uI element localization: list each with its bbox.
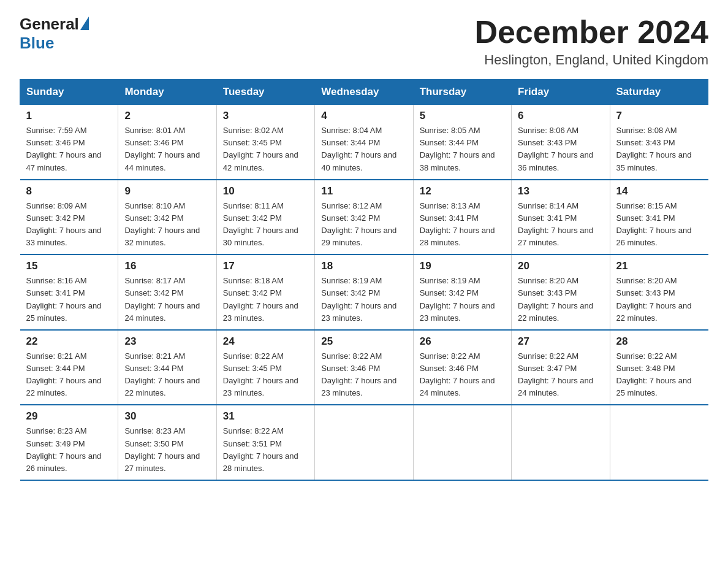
day-cell: 29 Sunrise: 8:23 AMSunset: 3:49 PMDaylig… [20,405,118,480]
day-cell: 4 Sunrise: 8:04 AMSunset: 3:44 PMDayligh… [315,105,413,180]
day-cell: 24 Sunrise: 8:22 AMSunset: 3:45 PMDaylig… [216,330,314,405]
day-number: 5 [420,110,505,122]
logo-blue-text: Blue [20,34,54,53]
day-cell: 10 Sunrise: 8:11 AMSunset: 3:42 PMDaylig… [216,180,314,255]
day-info: Sunrise: 8:19 AMSunset: 3:42 PMDaylight:… [321,276,396,322]
day-number: 30 [124,410,210,423]
weekday-header-sunday: Sunday [20,80,118,105]
week-row-5: 29 Sunrise: 8:23 AMSunset: 3:49 PMDaylig… [20,405,708,480]
weekday-header-row: SundayMondayTuesdayWednesdayThursdayFrid… [20,80,708,105]
day-number: 27 [518,335,603,348]
day-cell: 1 Sunrise: 7:59 AMSunset: 3:46 PMDayligh… [20,105,118,180]
day-number: 16 [124,260,210,272]
day-cell: 16 Sunrise: 8:17 AMSunset: 3:42 PMDaylig… [118,255,216,330]
logo-general-text: General [20,15,79,34]
day-info: Sunrise: 8:04 AMSunset: 3:44 PMDaylight:… [321,126,396,172]
weekday-header-monday: Monday [118,80,216,105]
day-info: Sunrise: 8:01 AMSunset: 3:46 PMDaylight:… [124,126,200,172]
day-info: Sunrise: 8:17 AMSunset: 3:42 PMDaylight:… [124,276,200,322]
day-cell: 17 Sunrise: 8:18 AMSunset: 3:42 PMDaylig… [216,255,314,330]
day-cell [512,405,610,480]
day-number: 15 [26,260,112,272]
day-number: 6 [518,110,603,122]
day-number: 4 [321,110,406,122]
day-number: 1 [26,110,112,122]
day-cell: 25 Sunrise: 8:22 AMSunset: 3:46 PMDaylig… [315,330,413,405]
day-cell: 14 Sunrise: 8:15 AMSunset: 3:41 PMDaylig… [610,180,708,255]
day-info: Sunrise: 8:23 AMSunset: 3:50 PMDaylight:… [124,426,200,472]
day-cell: 9 Sunrise: 8:10 AMSunset: 3:42 PMDayligh… [118,180,216,255]
day-info: Sunrise: 8:19 AMSunset: 3:42 PMDaylight:… [420,276,495,322]
day-number: 10 [223,185,308,197]
day-info: Sunrise: 8:10 AMSunset: 3:42 PMDaylight:… [124,201,200,247]
day-info: Sunrise: 8:22 AMSunset: 3:46 PMDaylight:… [420,351,495,397]
weekday-header-thursday: Thursday [413,80,511,105]
calendar-table: SundayMondayTuesdayWednesdayThursdayFrid… [20,79,708,481]
day-info: Sunrise: 8:16 AMSunset: 3:41 PMDaylight:… [26,276,102,322]
day-info: Sunrise: 8:21 AMSunset: 3:44 PMDaylight:… [26,351,102,397]
day-number: 26 [420,335,505,348]
day-number: 19 [420,260,505,272]
day-cell [610,405,708,480]
day-cell: 6 Sunrise: 8:06 AMSunset: 3:43 PMDayligh… [512,105,610,180]
week-row-1: 1 Sunrise: 7:59 AMSunset: 3:46 PMDayligh… [20,105,708,180]
day-number: 24 [223,335,308,348]
day-number: 23 [124,335,210,348]
day-cell: 5 Sunrise: 8:05 AMSunset: 3:44 PMDayligh… [413,105,511,180]
day-number: 28 [616,335,702,348]
logo: General Blue [20,15,90,53]
day-info: Sunrise: 8:06 AMSunset: 3:43 PMDaylight:… [518,126,593,172]
day-number: 20 [518,260,603,272]
weekday-header-friday: Friday [512,80,610,105]
day-cell: 23 Sunrise: 8:21 AMSunset: 3:44 PMDaylig… [118,330,216,405]
logo-triangle-icon [80,17,89,30]
week-row-2: 8 Sunrise: 8:09 AMSunset: 3:42 PMDayligh… [20,180,708,255]
day-cell: 7 Sunrise: 8:08 AMSunset: 3:43 PMDayligh… [610,105,708,180]
day-number: 3 [223,110,308,122]
day-info: Sunrise: 8:18 AMSunset: 3:42 PMDaylight:… [223,276,298,322]
day-number: 7 [616,110,702,122]
day-cell: 12 Sunrise: 8:13 AMSunset: 3:41 PMDaylig… [413,180,511,255]
day-info: Sunrise: 7:59 AMSunset: 3:46 PMDaylight:… [26,126,102,172]
day-cell: 26 Sunrise: 8:22 AMSunset: 3:46 PMDaylig… [413,330,511,405]
weekday-header-wednesday: Wednesday [315,80,413,105]
weekday-header-saturday: Saturday [610,80,708,105]
day-info: Sunrise: 8:22 AMSunset: 3:51 PMDaylight:… [223,426,298,472]
weekday-header-tuesday: Tuesday [216,80,314,105]
day-info: Sunrise: 8:21 AMSunset: 3:44 PMDaylight:… [124,351,200,397]
week-row-3: 15 Sunrise: 8:16 AMSunset: 3:41 PMDaylig… [20,255,708,330]
day-cell [413,405,511,480]
day-info: Sunrise: 8:15 AMSunset: 3:41 PMDaylight:… [616,201,692,247]
day-info: Sunrise: 8:14 AMSunset: 3:41 PMDaylight:… [518,201,593,247]
day-cell: 3 Sunrise: 8:02 AMSunset: 3:45 PMDayligh… [216,105,314,180]
day-cell: 19 Sunrise: 8:19 AMSunset: 3:42 PMDaylig… [413,255,511,330]
day-number: 22 [26,335,112,348]
day-number: 29 [26,410,112,423]
day-cell: 28 Sunrise: 8:22 AMSunset: 3:48 PMDaylig… [610,330,708,405]
day-number: 18 [321,260,406,272]
day-number: 13 [518,185,603,197]
day-cell: 21 Sunrise: 8:20 AMSunset: 3:43 PMDaylig… [610,255,708,330]
day-info: Sunrise: 8:22 AMSunset: 3:46 PMDaylight:… [321,351,396,397]
day-number: 31 [223,410,308,423]
day-number: 11 [321,185,406,197]
day-info: Sunrise: 8:11 AMSunset: 3:42 PMDaylight:… [223,201,298,247]
day-cell: 18 Sunrise: 8:19 AMSunset: 3:42 PMDaylig… [315,255,413,330]
day-info: Sunrise: 8:09 AMSunset: 3:42 PMDaylight:… [26,201,102,247]
day-info: Sunrise: 8:22 AMSunset: 3:47 PMDaylight:… [518,351,593,397]
day-cell: 31 Sunrise: 8:22 AMSunset: 3:51 PMDaylig… [216,405,314,480]
day-number: 17 [223,260,308,272]
week-row-4: 22 Sunrise: 8:21 AMSunset: 3:44 PMDaylig… [20,330,708,405]
day-cell: 30 Sunrise: 8:23 AMSunset: 3:50 PMDaylig… [118,405,216,480]
day-cell [315,405,413,480]
month-title: December 2024 [474,15,708,50]
day-info: Sunrise: 8:12 AMSunset: 3:42 PMDaylight:… [321,201,396,247]
day-info: Sunrise: 8:22 AMSunset: 3:45 PMDaylight:… [223,351,298,397]
location-title: Heslington, England, United Kingdom [474,52,708,68]
day-cell: 11 Sunrise: 8:12 AMSunset: 3:42 PMDaylig… [315,180,413,255]
day-number: 12 [420,185,505,197]
day-number: 9 [124,185,210,197]
day-number: 8 [26,185,112,197]
day-info: Sunrise: 8:20 AMSunset: 3:43 PMDaylight:… [616,276,692,322]
day-number: 2 [124,110,210,122]
